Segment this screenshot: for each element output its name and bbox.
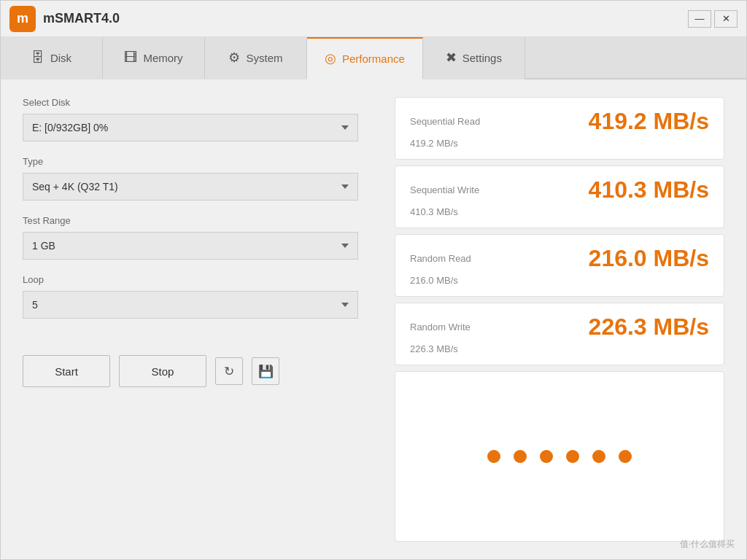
watermark: 值·什么值得买 — [680, 538, 735, 551]
loop-group: Loop 5 — [23, 274, 373, 319]
disk-icon: 🗄 — [31, 50, 44, 66]
sequential-read-value-large: 419.2 MB/s — [589, 108, 709, 135]
random-write-top: Random Write 226.3 MB/s — [410, 314, 709, 341]
select-disk-label: Select Disk — [23, 97, 373, 108]
title-bar: m mSMART4.0 — ✕ — [1, 1, 746, 37]
progress-dot-5 — [592, 450, 605, 463]
app-logo: m — [9, 6, 36, 32]
random-write-value-large: 226.3 MB/s — [589, 314, 709, 341]
tab-system-label: System — [246, 52, 282, 64]
tab-performance[interactable]: ◎ Performance — [307, 37, 423, 79]
tab-system[interactable]: ⚙ System — [205, 37, 307, 79]
tab-settings[interactable]: ✖ Settings — [423, 37, 525, 79]
type-dropdown[interactable]: Seq + 4K (Q32 T1) — [23, 173, 358, 201]
select-disk-dropdown[interactable]: E: [0/932GB] 0% — [23, 114, 358, 141]
sequential-write-label: Sequential Write — [410, 184, 479, 195]
tabs-bar: 🗄 Disk 🎞 Memory ⚙ System ◎ Performance ✖… — [1, 37, 746, 79]
settings-icon: ✖ — [446, 50, 457, 66]
type-label: Type — [23, 156, 373, 167]
start-button[interactable]: Start — [23, 355, 110, 387]
loop-label: Loop — [23, 274, 373, 285]
close-button[interactable]: ✕ — [714, 10, 738, 28]
sequential-write-card: Sequential Write 410.3 MB/s 410.3 MB/s — [395, 166, 724, 228]
dots-card — [395, 371, 724, 542]
save-button[interactable]: 💾 — [252, 357, 279, 385]
progress-dot-6 — [619, 450, 632, 463]
random-read-value-large: 216.0 MB/s — [589, 245, 709, 272]
test-range-group: Test Range 1 GB — [23, 215, 373, 260]
window-controls: — ✕ — [688, 10, 738, 28]
random-write-label: Random Write — [410, 322, 471, 332]
random-write-value-small: 226.3 MB/s — [410, 343, 709, 354]
sequential-read-value-small: 419.2 MB/s — [410, 138, 709, 149]
random-write-card: Random Write 226.3 MB/s 226.3 MB/s — [395, 303, 724, 365]
progress-dot-2 — [514, 450, 527, 463]
test-range-label: Test Range — [23, 215, 373, 226]
minimize-button[interactable]: — — [688, 10, 711, 28]
right-panel: Sequential Read 419.2 MB/s 419.2 MB/s Se… — [395, 97, 724, 542]
app-title: mSMART4.0 — [43, 11, 120, 26]
sequential-read-card: Sequential Read 419.2 MB/s 419.2 MB/s — [395, 97, 724, 160]
sequential-write-value-large: 410.3 MB/s — [589, 176, 709, 203]
select-disk-group: Select Disk E: [0/932GB] 0% — [23, 97, 373, 141]
sequential-read-top: Sequential Read 419.2 MB/s — [410, 108, 709, 135]
stop-button[interactable]: Stop — [119, 355, 206, 387]
test-range-dropdown[interactable]: 1 GB — [23, 232, 358, 260]
title-bar-left: m mSMART4.0 — [9, 6, 120, 32]
tab-memory[interactable]: 🎞 Memory — [103, 37, 205, 79]
random-read-label: Random Read — [410, 253, 471, 264]
performance-icon: ◎ — [325, 50, 336, 66]
main-window: m mSMART4.0 — ✕ 🗄 Disk 🎞 Memory ⚙ System… — [0, 0, 747, 560]
tab-performance-label: Performance — [342, 52, 405, 65]
refresh-button[interactable]: ↻ — [215, 357, 243, 385]
random-read-top: Random Read 216.0 MB/s — [410, 245, 709, 272]
loop-dropdown[interactable]: 5 — [23, 291, 358, 319]
tab-disk-label: Disk — [50, 52, 71, 64]
type-group: Type Seq + 4K (Q32 T1) — [23, 156, 373, 201]
content-area: Select Disk E: [0/932GB] 0% Type Seq + 4… — [1, 79, 746, 559]
memory-icon: 🎞 — [124, 50, 137, 66]
system-icon: ⚙ — [228, 50, 240, 66]
left-panel: Select Disk E: [0/932GB] 0% Type Seq + 4… — [23, 97, 373, 542]
tab-disk[interactable]: 🗄 Disk — [1, 37, 103, 79]
tab-settings-label: Settings — [462, 52, 502, 64]
progress-dot-4 — [566, 450, 579, 463]
sequential-read-label: Sequential Read — [410, 116, 480, 127]
progress-dot-1 — [487, 450, 500, 463]
tab-memory-label: Memory — [143, 52, 182, 64]
progress-dot-3 — [540, 450, 553, 463]
random-read-card: Random Read 216.0 MB/s 216.0 MB/s — [395, 234, 724, 297]
buttons-row: Start Stop ↻ 💾 — [23, 355, 373, 387]
sequential-write-value-small: 410.3 MB/s — [410, 206, 709, 217]
random-read-value-small: 216.0 MB/s — [410, 275, 709, 286]
sequential-write-top: Sequential Write 410.3 MB/s — [410, 176, 709, 203]
